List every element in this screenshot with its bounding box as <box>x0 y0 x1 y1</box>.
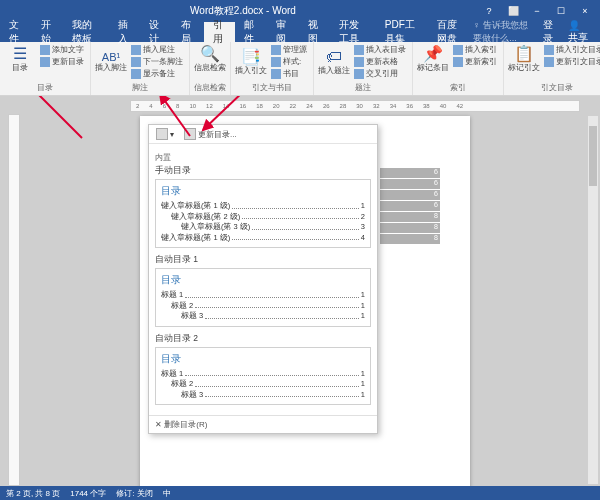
manual-toc-preview[interactable]: 目录 键入章标题(第 1 级)1键入章标题(第 2 级)2键入章标题(第 3 级… <box>155 179 371 248</box>
update-table-button[interactable]: 更新表格 <box>352 56 408 67</box>
auto1-toc-preview[interactable]: 目录 标题 11标题 21标题 31 <box>155 268 371 327</box>
ruler-horizontal[interactable]: 24681012141618202224262830323436384042 <box>130 100 580 112</box>
next-footnote-button[interactable]: 下一条脚注 <box>129 56 185 67</box>
sources-icon <box>271 45 281 55</box>
toa-icon <box>544 45 554 55</box>
menu-tab-12[interactable]: 百度网盘 <box>428 22 473 42</box>
cross-ref-button[interactable]: 交叉引用 <box>352 68 408 79</box>
menu-tab-10[interactable]: 开发工具 <box>330 22 375 42</box>
window-options-icon[interactable]: ⬜ <box>504 6 522 16</box>
update-table-icon <box>354 57 364 67</box>
toc-page-bars: 6666888 <box>380 168 440 245</box>
status-extra[interactable]: 中 <box>163 488 171 499</box>
insert-index-button[interactable]: 插入索引 <box>451 44 499 55</box>
insert-fig-toc-button[interactable]: 插入表目录 <box>352 44 408 55</box>
builtin-label: 内置 <box>155 152 371 163</box>
toc-page-indicator: 8 <box>380 234 440 244</box>
insert-endnote-button[interactable]: 插入尾注 <box>129 44 185 55</box>
bibliography-button[interactable]: 书目 <box>269 68 309 79</box>
mark-citation-button[interactable]: 📋 标记引文 <box>508 44 540 73</box>
insert-footnote-button[interactable]: AB¹ 插入脚注 <box>95 44 127 79</box>
menu-tab-1[interactable]: 开始 <box>32 22 64 42</box>
ribbon-group-authorities: 📋 标记引文 插入引文目录 更新引文目录 引文目录 <box>504 42 600 95</box>
insert-toa-button[interactable]: 插入引文目录 <box>542 44 600 55</box>
toc-page-indicator: 6 <box>380 179 440 189</box>
citation-icon: 📑 <box>241 47 261 66</box>
vertical-scrollbar[interactable] <box>588 116 598 484</box>
add-text-icon <box>40 45 50 55</box>
menu-tab-5[interactable]: 布局 <box>172 22 204 42</box>
menu-tab-8[interactable]: 审阅 <box>267 22 299 42</box>
group-label-citation: 引文与书目 <box>235 82 309 93</box>
style-button[interactable]: 样式: <box>269 56 309 67</box>
next-footnote-icon <box>131 57 141 67</box>
help-icon[interactable]: ? <box>480 6 498 16</box>
menu-tab-3[interactable]: 插入 <box>109 22 141 42</box>
bibliography-icon <box>271 69 281 79</box>
minimize-icon[interactable]: − <box>528 6 546 16</box>
menu-tab-4[interactable]: 设计 <box>140 22 172 42</box>
menu-tab-7[interactable]: 邮件 <box>235 22 267 42</box>
menu-tab-11[interactable]: PDF工具集 <box>376 22 428 42</box>
update-index-button[interactable]: 更新索引 <box>451 56 499 67</box>
window-title: Word教程2.docx - Word <box>6 4 480 18</box>
ribbon-group-footnote: AB¹ 插入脚注 插入尾注 下一条脚注 显示备注 脚注 <box>91 42 190 95</box>
fig-toc-icon <box>354 45 364 55</box>
scrollbar-thumb[interactable] <box>589 126 597 186</box>
menu-tab-2[interactable]: 我的模板 <box>63 22 108 42</box>
ribbon-group-index: 📌 标记条目 插入索引 更新索引 索引 <box>413 42 504 95</box>
toc-button[interactable]: ☰ 目录 <box>4 44 36 73</box>
refresh-icon <box>184 128 196 140</box>
insert-index-icon <box>453 45 463 55</box>
mark-entry-icon: 📌 <box>423 44 443 63</box>
update-toc-icon <box>40 57 50 67</box>
toc-page-indicator: 6 <box>380 190 440 200</box>
mark-citation-icon: 📋 <box>514 44 534 63</box>
toc-entry: 标题 31 <box>161 311 365 322</box>
toc-page-indicator: 6 <box>380 168 440 178</box>
status-page[interactable]: 第 2 页, 共 8 页 <box>6 488 60 499</box>
manage-sources-button[interactable]: 管理源 <box>269 44 309 55</box>
add-text-button[interactable]: 添加文字 <box>38 44 86 55</box>
group-label-caption: 题注 <box>318 82 408 93</box>
menu-tab-6[interactable]: 引用 <box>204 22 236 42</box>
group-label-info: 信息检索 <box>194 82 226 93</box>
update-toa-button[interactable]: 更新引文目录 <box>542 56 600 67</box>
lookup-button[interactable]: 🔍 信息检索 <box>194 44 226 73</box>
status-lang[interactable]: 修订: 关闭 <box>116 488 152 499</box>
status-words[interactable]: 1744 个字 <box>70 488 106 499</box>
share-button[interactable]: 👤 共享 <box>564 20 594 45</box>
insert-citation-button[interactable]: 📑 插入引文 <box>235 44 267 79</box>
toc-page-indicator: 6 <box>380 201 440 211</box>
toc-title: 目录 <box>161 273 365 287</box>
update-toa-icon <box>544 57 554 67</box>
footnote-icon: AB¹ <box>102 51 120 63</box>
svg-line-0 <box>28 96 82 138</box>
remove-toc-button[interactable]: ✕ 删除目录(R) <box>149 415 377 433</box>
endnote-icon <box>131 45 141 55</box>
toc-page-indicator: 8 <box>380 223 440 233</box>
menu-tab-9[interactable]: 视图 <box>299 22 331 42</box>
caption-icon: 🏷 <box>326 48 342 66</box>
ruler-vertical[interactable] <box>8 114 20 486</box>
show-notes-button[interactable]: 显示备注 <box>129 68 185 79</box>
close-icon[interactable]: × <box>576 6 594 16</box>
auto2-toc-preview[interactable]: 目录 标题 11标题 21标题 31 <box>155 347 371 406</box>
toc-title: 目录 <box>161 184 365 198</box>
style-icon <box>271 57 281 67</box>
group-label-index: 索引 <box>417 82 499 93</box>
lookup-icon: 🔍 <box>200 44 220 63</box>
group-label-authorities: 引文目录 <box>508 82 600 93</box>
menu-tab-0[interactable]: 文件 <box>0 22 32 42</box>
auto2-toc-label: 自动目录 2 <box>155 333 371 345</box>
ribbon-group-citation: 📑 插入引文 管理源 样式: 书目 引文与书目 <box>231 42 314 95</box>
restore-icon[interactable]: ☐ <box>552 6 570 16</box>
ribbon: ☰ 目录 添加文字 更新目录 目录 AB¹ 插入脚注 插入尾注 下一条脚注 显示… <box>0 42 600 96</box>
toc-style-picker[interactable]: ▾ <box>153 127 177 141</box>
ribbon-group-info: 🔍 信息检索 信息检索 <box>190 42 231 95</box>
insert-caption-button[interactable]: 🏷 插入题注 <box>318 44 350 79</box>
update-toc-button[interactable]: 更新目录 <box>38 56 86 67</box>
toc-page-indicator: 8 <box>380 212 440 222</box>
update-toc-dropdown-button[interactable]: 更新目录... <box>181 127 240 141</box>
mark-entry-button[interactable]: 📌 标记条目 <box>417 44 449 73</box>
